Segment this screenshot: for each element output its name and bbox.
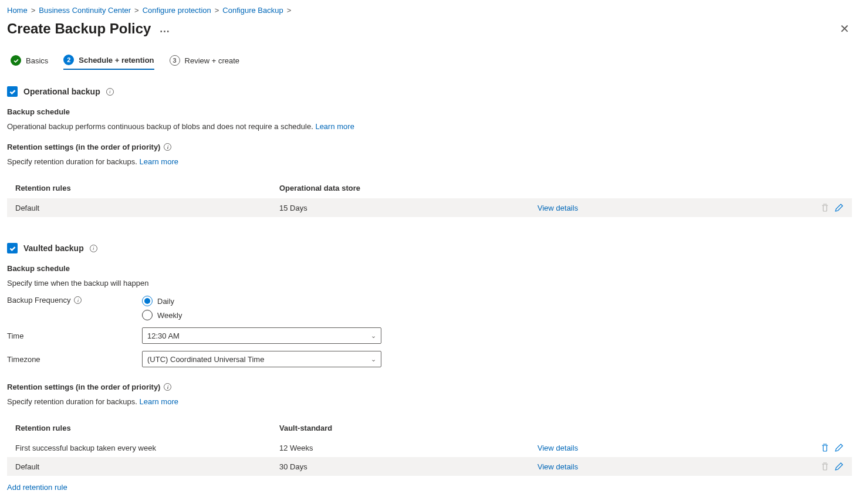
radio-daily[interactable]: Daily [142, 296, 182, 306]
tab-review-label: Review + create [185, 56, 240, 65]
tab-schedule-label: Schedule + retention [79, 56, 154, 65]
wizard-tabs: Basics 2 Schedule + retention 3 Review +… [7, 55, 852, 70]
more-icon[interactable]: … [159, 23, 170, 35]
view-details-link[interactable]: View details [537, 444, 578, 452]
table-row: Default 30 Days View details [7, 457, 852, 476]
chevron-right-icon: > [215, 6, 219, 15]
vaulted-schedule-sub: Specify time when the backup will happen [7, 279, 852, 287]
cell-store: 12 Weeks [279, 444, 537, 452]
backup-frequency-row: Backup Frequency i Daily Weekly [7, 296, 852, 320]
col-retention-rules: Retention rules [15, 424, 279, 432]
footer-bar: Review + create < Previous Next: Review … [7, 496, 852, 504]
radio-icon [142, 296, 153, 306]
col-operational-data-store: Operational data store [279, 184, 537, 192]
table-header: Retention rules Vault-standard [7, 418, 852, 438]
radio-weekly-label: Weekly [157, 311, 182, 320]
timezone-select[interactable]: (UTC) Coordinated Universal Time ⌄ [142, 351, 381, 367]
op-retention-table: Retention rules Operational data store D… [7, 178, 852, 217]
backup-frequency-label-text: Backup Frequency [7, 296, 70, 305]
radio-icon [142, 310, 153, 320]
breadcrumb-home[interactable]: Home [7, 6, 28, 15]
op-backup-schedule-desc: Operational backup performs continuous b… [7, 122, 313, 131]
vaulted-retention-learn-more-link[interactable]: Learn more [139, 397, 178, 406]
vaulted-retention-heading: Retention settings (in the order of prio… [7, 383, 852, 391]
op-backup-schedule-heading: Backup schedule [7, 107, 852, 116]
add-retention-rule-link[interactable]: Add retention rule [7, 483, 67, 492]
op-retention-desc: Specify retention duration for backups. [7, 157, 137, 166]
cell-rule: Default [15, 462, 279, 471]
page-title: Create Backup Policy … [7, 21, 170, 37]
info-icon[interactable]: i [74, 296, 82, 304]
vaulted-retention-table: Retention rules Vault-standard First suc… [7, 418, 852, 476]
timezone-row: Timezone (UTC) Coordinated Universal Tim… [7, 351, 852, 367]
time-value: 12:30 AM [147, 332, 180, 340]
tab-review-create[interactable]: 3 Review + create [170, 55, 240, 70]
breadcrumb: Home > Business Continuity Center > Conf… [7, 6, 852, 15]
table-row: Default 15 Days View details [7, 198, 852, 217]
vaulted-retention-desc: Specify retention duration for backups. [7, 397, 137, 406]
page-header: Create Backup Policy … ✕ [7, 19, 852, 38]
vaulted-retention-heading-text: Retention settings (in the order of prio… [7, 383, 160, 391]
edit-icon[interactable] [834, 443, 844, 452]
cell-rule: First successful backup taken every week [15, 444, 279, 452]
step-number-icon: 3 [170, 55, 180, 66]
vaulted-backup-checkbox-row: Vaulted backup i [7, 243, 852, 253]
chevron-down-icon: ⌄ [371, 332, 376, 340]
chevron-right-icon: > [31, 6, 36, 15]
info-icon[interactable]: i [164, 143, 171, 151]
chevron-right-icon: > [287, 6, 292, 15]
cell-store: 30 Days [279, 462, 537, 471]
table-header: Retention rules Operational data store [7, 178, 852, 198]
page-title-text: Create Backup Policy [7, 21, 151, 37]
timezone-value: (UTC) Coordinated Universal Time [147, 355, 264, 364]
table-row: First successful backup taken every week… [7, 438, 852, 457]
breadcrumb-configure-backup[interactable]: Configure Backup [222, 6, 283, 15]
vaulted-backup-checkbox[interactable] [7, 243, 18, 253]
close-icon[interactable]: ✕ [837, 19, 852, 38]
op-backup-schedule-text: Operational backup performs continuous b… [7, 122, 852, 131]
cell-store: 15 Days [279, 204, 537, 212]
tab-basics[interactable]: Basics [11, 55, 48, 70]
timezone-label: Timezone [7, 355, 142, 364]
cell-rule: Default [15, 204, 279, 212]
time-row: Time 12:30 AM ⌄ [7, 327, 852, 344]
chevron-down-icon: ⌄ [371, 356, 376, 363]
vaulted-retention-text: Specify retention duration for backups. … [7, 397, 852, 406]
op-retention-learn-more-link[interactable]: Learn more [139, 157, 178, 166]
tab-schedule-retention[interactable]: 2 Schedule + retention [63, 55, 154, 70]
time-select[interactable]: 12:30 AM ⌄ [142, 327, 381, 344]
radio-weekly[interactable]: Weekly [142, 310, 182, 320]
col-retention-rules: Retention rules [15, 184, 279, 192]
tab-basics-label: Basics [26, 56, 48, 65]
step-number-icon: 2 [63, 55, 74, 65]
edit-icon[interactable] [834, 203, 844, 212]
operational-backup-checkbox[interactable] [7, 86, 18, 97]
breadcrumb-configure-protection[interactable]: Configure protection [143, 6, 211, 15]
operational-backup-checkbox-row: Operational backup i [7, 86, 852, 97]
backup-frequency-radio-group: Daily Weekly [142, 296, 182, 320]
radio-daily-label: Daily [157, 297, 174, 306]
vaulted-backup-label: Vaulted backup [23, 243, 84, 253]
op-retention-heading-text: Retention settings (in the order of prio… [7, 143, 160, 151]
breadcrumb-bcc[interactable]: Business Continuity Center [39, 6, 131, 15]
col-vault-standard: Vault-standard [279, 424, 537, 432]
time-label: Time [7, 332, 142, 340]
op-retention-text: Specify retention duration for backups. … [7, 157, 852, 166]
delete-icon [820, 203, 830, 212]
view-details-link[interactable]: View details [537, 462, 578, 471]
op-retention-heading: Retention settings (in the order of prio… [7, 143, 852, 151]
view-details-link[interactable]: View details [537, 204, 578, 212]
operational-backup-label: Operational backup [23, 87, 100, 96]
delete-icon [820, 462, 830, 471]
backup-frequency-label: Backup Frequency i [7, 296, 142, 305]
op-schedule-learn-more-link[interactable]: Learn more [315, 122, 354, 131]
vaulted-schedule-heading: Backup schedule [7, 264, 852, 273]
check-icon [11, 55, 21, 66]
info-icon[interactable]: i [90, 245, 97, 252]
info-icon[interactable]: i [106, 88, 114, 96]
info-icon[interactable]: i [164, 383, 171, 391]
chevron-right-icon: > [134, 6, 139, 15]
edit-icon[interactable] [834, 462, 844, 471]
delete-icon[interactable] [820, 443, 830, 452]
